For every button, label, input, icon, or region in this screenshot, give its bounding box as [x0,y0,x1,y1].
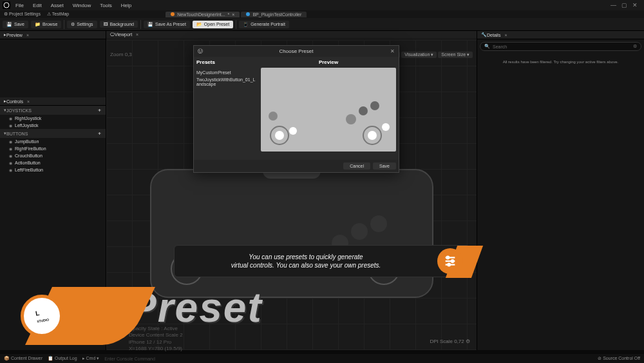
preview-header: Preview [261,59,396,65]
menu-window[interactable]: Window [69,1,95,10]
menu-edit[interactable]: Edit [29,1,46,10]
divider [140,20,141,29]
preset-preview: Preview [258,57,399,160]
viewport-tab[interactable]: 🖵 Viewport× [106,31,477,38]
ue-logo-icon [3,1,10,9]
preview-panel-body [0,39,106,97]
sliders-icon [437,248,463,274]
vp-screensize-dropdown[interactable]: Screen Size ▾ [438,52,473,58]
right-column: 🔧 Details× 🔍 Search⚙ All results have be… [477,31,644,350]
list-item[interactable]: LeftJoystick [0,122,106,129]
source-control-status[interactable]: ⊘ Source Control Off [598,356,640,361]
toolbar: 💾 Save 📁 Browse ⚙ Settings 🖼 Background … [0,18,644,31]
add-icon[interactable]: ＋ [97,130,102,137]
close-icon[interactable]: × [136,32,138,37]
ue-logo-icon: Ⓤ [198,48,203,55]
controls-panel-tab[interactable]: ▸ Controls× [0,97,106,106]
preview-canvas [261,68,396,152]
list-item[interactable]: RightFireButton [0,145,106,152]
content-drawer-button[interactable]: 📦 Content Drawer [4,356,43,361]
details-panel-tab[interactable]: 🔧 Details× [477,31,644,39]
studio-logo: LSTUDIO [13,287,71,345]
modal-close-icon[interactable]: ✕ [390,48,395,54]
info-banner: You can use presets to quickly generate … [174,245,470,277]
close-icon[interactable]: × [26,33,29,37]
vp-visualization-dropdown[interactable]: Visualization ▾ [401,52,437,58]
menubar: File Edit Asset Window Tools Help — ▢ ✕ [0,0,644,10]
modal-footer: Cancel Save [194,160,399,172]
details-empty-msg: All results have been filtered. Try chan… [477,54,644,70]
choose-preset-modal: Ⓤ Choose Preset ✕ Presets MyCustomPreset… [193,45,399,173]
svg-point-6 [448,264,450,266]
generate-portrait-button[interactable]: 📱 Generate Portrait [239,21,289,28]
save-button[interactable]: 💾 Save [3,21,28,28]
cancel-button[interactable]: Cancel [343,162,370,170]
close-icon[interactable]: × [27,99,30,104]
phone-button[interactable] [351,223,368,240]
dpi-scale: DPI Scale 0,72 ⚙ [430,338,470,344]
doctab-plugintest[interactable]: BP_PluginTestController [241,12,307,17]
testmap-link[interactable]: ⚠ TestMap [47,12,69,17]
open-preset-button[interactable]: 📂 Open Preset [193,21,233,28]
zoom-label: Zoom 0,3 [110,52,132,57]
minimize-icon[interactable]: — [611,2,616,8]
list-item[interactable]: JumpButton [0,138,106,145]
banner-text: You can use presets to quickly generate … [181,253,431,270]
menu-file[interactable]: File [12,1,28,10]
dot-icon [246,12,250,16]
add-icon[interactable]: ＋ [97,107,102,113]
controls-panel-body: ▾ JOYSTICKS＋ RightJoystick LeftJoystick … [0,106,106,173]
divider [64,20,64,29]
document-tabs: NewTouchDesignerInt...*× BP_PluginTestCo… [166,12,307,17]
settings-button[interactable]: ⚙ Settings [67,21,97,28]
phone-button[interactable] [370,215,387,232]
close-icon[interactable]: × [504,33,507,37]
menu-help[interactable]: Help [117,1,135,10]
output-log-button[interactable]: 📋 Output Log [48,356,77,361]
list-item[interactable]: CrouchButton [0,152,106,159]
menu-asset[interactable]: Asset [47,1,68,10]
cmd-dropdown[interactable]: ▸ Cmd ▾ [82,356,100,361]
menu-tools[interactable]: Tools [96,1,116,10]
secondary-bar: ⚙ Project Settings ⚠ TestMap NewTouchDes… [0,10,644,18]
close-icon[interactable]: × [232,12,234,17]
cmd-input[interactable]: Enter Console Command [104,357,155,361]
svg-point-0 [4,3,9,8]
preset-item[interactable]: MyCustomPreset [196,69,256,76]
preset-item[interactable]: TwoJoystickWithButton_01_Landscape [196,76,256,88]
divider [236,20,236,29]
browse-button[interactable]: 📁 Browse [31,21,61,28]
project-settings-link[interactable]: ⚙ Project Settings [4,12,41,17]
background-button[interactable]: 🖼 Background [100,21,138,28]
list-item[interactable]: LeftFireButton [0,166,106,173]
svg-point-4 [447,257,450,259]
preview-panel-tab[interactable]: ▸ Preview× [0,31,106,39]
modal-titlebar: Ⓤ Choose Preset ✕ [194,46,399,57]
presets-header: Presets [196,59,256,65]
window-controls: — ▢ ✕ [611,2,641,8]
details-search[interactable]: 🔍 Search⚙ [480,42,641,51]
presets-list: Presets MyCustomPreset TwoJoystickWithBu… [194,57,258,160]
status-bar: 📦 Content Drawer 📋 Output Log ▸ Cmd ▾ En… [0,354,644,363]
maximize-icon[interactable]: ▢ [621,2,627,8]
save-button[interactable]: Save [373,162,396,170]
save-as-preset-button[interactable]: 💾 Save As Preset [144,21,190,28]
svg-point-5 [451,260,454,262]
dot-icon [171,12,175,16]
list-item[interactable]: ActionButton [0,159,106,166]
doctab-touchdesigner[interactable]: NewTouchDesignerInt...*× [166,12,240,17]
list-item[interactable]: RightJoystick [0,115,106,122]
joysticks-header: ▾ JOYSTICKS＋ [0,106,106,115]
buttons-header: ▾ BUTTONS＋ [0,129,106,138]
close-icon[interactable]: ✕ [632,2,638,8]
phone-mockup [150,169,433,298]
